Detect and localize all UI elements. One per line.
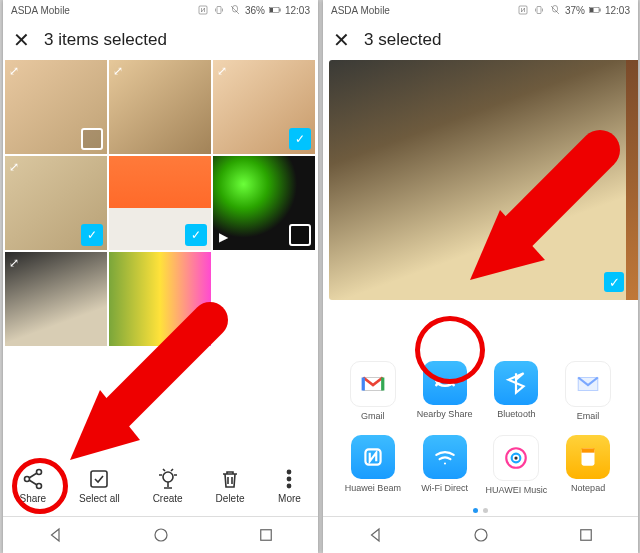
share-target-music[interactable]: HUAWEI Music xyxy=(481,435,553,495)
svg-rect-27 xyxy=(580,530,591,541)
expand-icon: ⤢ xyxy=(9,160,19,174)
photo-thumb[interactable]: ✓ xyxy=(109,156,211,250)
huawei-music-icon xyxy=(503,445,529,471)
next-photo-peek[interactable] xyxy=(626,60,638,300)
battery-icon xyxy=(589,4,601,16)
email-icon xyxy=(575,371,601,397)
svg-point-12 xyxy=(288,484,291,487)
back-icon[interactable] xyxy=(367,526,385,544)
huawei-beam-icon xyxy=(360,444,386,470)
photo-thumb[interactable] xyxy=(109,252,211,346)
selection-header: ✕ 3 selected xyxy=(323,20,638,60)
checkbox-checked[interactable]: ✓ xyxy=(604,272,624,292)
expand-icon: ⤢ xyxy=(9,256,19,270)
svg-point-13 xyxy=(155,529,167,541)
trash-icon xyxy=(218,467,242,491)
carrier-label: ASDA Mobile xyxy=(11,5,70,16)
share-target-nearby[interactable]: Nearby Share xyxy=(409,361,481,421)
share-target-wifi[interactable]: Wi-Fi Direct xyxy=(409,435,481,495)
recent-icon[interactable] xyxy=(577,526,595,544)
select-all-icon xyxy=(87,467,111,491)
checkbox-checked[interactable]: ✓ xyxy=(81,224,103,246)
android-nav-bar xyxy=(3,516,318,553)
photo-thumb[interactable]: ⤢✓ xyxy=(213,60,315,154)
close-icon[interactable]: ✕ xyxy=(333,28,350,52)
wifi-direct-icon xyxy=(432,444,458,470)
mute-icon xyxy=(229,4,241,16)
header-title: 3 selected xyxy=(364,30,442,50)
photo-grid: ⤢ ⤢ ⤢✓ ⤢✓ ✓ ▶ ⤢ xyxy=(3,60,318,346)
share-target-bluetooth[interactable]: Bluetooth xyxy=(481,361,553,421)
svg-point-23 xyxy=(515,456,518,459)
home-icon[interactable] xyxy=(152,526,170,544)
header-title: 3 items selected xyxy=(44,30,167,50)
time-label: 12:03 xyxy=(605,5,630,16)
svg-rect-3 xyxy=(270,8,273,12)
photo-thumb[interactable]: ⤢ xyxy=(109,60,211,154)
svg-rect-25 xyxy=(582,448,595,452)
expand-icon: ⤢ xyxy=(113,64,123,78)
photo-thumb[interactable]: ⤢ xyxy=(5,252,107,346)
svg-rect-16 xyxy=(537,7,541,14)
bottom-action-bar: Share Select all Create Delete More xyxy=(3,455,318,515)
svg-rect-1 xyxy=(217,7,221,14)
vibrate-icon xyxy=(213,4,225,16)
share-button[interactable]: Share xyxy=(19,467,46,504)
share-target-label: Gmail xyxy=(361,411,385,421)
svg-rect-19 xyxy=(599,9,600,12)
status-bar: ASDA Mobile 36% 12:03 xyxy=(3,0,318,20)
selected-photo-preview[interactable]: ✓ xyxy=(329,60,632,300)
more-button[interactable]: More xyxy=(277,467,301,504)
share-target-gmail[interactable]: Gmail xyxy=(337,361,409,421)
share-target-notepad[interactable]: Notepad xyxy=(552,435,624,495)
create-label: Create xyxy=(153,493,183,504)
delete-button[interactable]: Delete xyxy=(216,467,245,504)
gmail-icon xyxy=(360,371,386,397)
svg-point-10 xyxy=(288,470,291,473)
selection-header: ✕ 3 items selected xyxy=(3,20,318,60)
checkbox-unchecked[interactable] xyxy=(289,224,311,246)
nearby-share-icon xyxy=(432,370,458,396)
back-icon[interactable] xyxy=(47,526,65,544)
share-icon xyxy=(21,467,45,491)
share-target-label: Email xyxy=(577,411,600,421)
more-icon xyxy=(277,467,301,491)
expand-icon: ⤢ xyxy=(217,64,227,78)
photo-thumb[interactable]: ▶ xyxy=(213,156,315,250)
checkbox-checked[interactable]: ✓ xyxy=(289,128,311,150)
phone-left: ASDA Mobile 36% 12:03 ✕ 3 items selected… xyxy=(3,0,318,553)
nfc-icon xyxy=(197,4,209,16)
share-target-label: Notepad xyxy=(571,483,605,493)
recent-icon[interactable] xyxy=(257,526,275,544)
android-nav-bar xyxy=(323,516,638,553)
vibrate-icon xyxy=(533,4,545,16)
checkbox-checked[interactable]: ✓ xyxy=(185,224,207,246)
nfc-icon xyxy=(517,4,529,16)
home-icon[interactable] xyxy=(472,526,490,544)
create-button[interactable]: Create xyxy=(153,467,183,504)
time-label: 12:03 xyxy=(285,5,310,16)
battery-label: 37% xyxy=(565,5,585,16)
svg-rect-14 xyxy=(260,530,271,541)
play-icon: ▶ xyxy=(219,230,228,244)
photo-thumb[interactable]: ⤢ xyxy=(5,60,107,154)
svg-rect-18 xyxy=(590,8,594,12)
svg-point-11 xyxy=(288,477,291,480)
bluetooth-icon xyxy=(503,370,529,396)
share-target-label: Nearby Share xyxy=(417,409,473,419)
delete-label: Delete xyxy=(216,493,245,504)
share-target-email[interactable]: Email xyxy=(552,361,624,421)
select-all-button[interactable]: Select all xyxy=(79,467,120,504)
svg-rect-8 xyxy=(91,471,107,487)
share-target-label: Bluetooth xyxy=(497,409,535,419)
share-target-beam[interactable]: Huawei Beam xyxy=(337,435,409,495)
photo-thumb[interactable]: ⤢✓ xyxy=(5,156,107,250)
battery-icon xyxy=(269,4,281,16)
share-sheet: Gmail Nearby Share Bluetooth Email Huawe… xyxy=(323,351,638,501)
select-all-label: Select all xyxy=(79,493,120,504)
share-target-label: Wi-Fi Direct xyxy=(421,483,468,493)
svg-rect-4 xyxy=(279,9,280,12)
checkbox-unchecked[interactable] xyxy=(81,128,103,150)
expand-icon: ⤢ xyxy=(9,64,19,78)
close-icon[interactable]: ✕ xyxy=(13,28,30,52)
